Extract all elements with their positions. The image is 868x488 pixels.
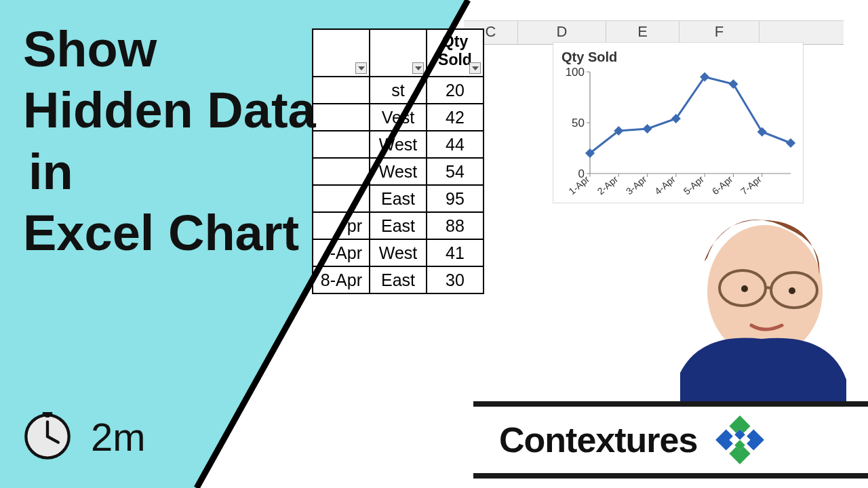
table-row[interactable]: West54: [313, 158, 484, 185]
svg-rect-30: [643, 124, 652, 134]
table-row[interactable]: st20: [313, 77, 484, 104]
svg-text:3-Apr: 3-Apr: [624, 174, 649, 197]
table-row[interactable]: -AprWest41: [313, 239, 484, 266]
table-body: st20 Vest42 West44 West54 East95 prEast8…: [313, 77, 484, 293]
brand-name: Contextures: [499, 420, 697, 460]
table-row[interactable]: East95: [313, 185, 484, 212]
table-row[interactable]: Vest42: [313, 104, 484, 131]
svg-rect-3: [43, 412, 52, 415]
table-header-date[interactable]: [313, 29, 370, 77]
title-line-1: Show: [23, 21, 157, 77]
duration-text: 2m: [91, 414, 146, 460]
table-row[interactable]: prEast88: [313, 212, 484, 239]
brand-logo-icon: [713, 413, 766, 466]
chart-title: Qty Sold: [561, 49, 796, 65]
svg-line-40: [766, 287, 771, 288]
duration-row: 2m: [23, 412, 146, 461]
table-row[interactable]: 8-AprEast30: [313, 266, 484, 293]
data-table: Qty Sold st20 Vest42 West44 West54 East9…: [312, 28, 484, 294]
svg-rect-35: [786, 138, 795, 148]
table-header-region[interactable]: [370, 29, 427, 77]
svg-text:100: 100: [566, 68, 585, 79]
title-line-2: Hidden Data: [23, 82, 316, 138]
main-title: Show Hidden Data in Excel Chart: [23, 19, 316, 264]
filter-dropdown-icon[interactable]: [355, 62, 367, 74]
filter-dropdown-icon[interactable]: [469, 62, 481, 74]
col-header-d[interactable]: D: [518, 21, 606, 44]
chart-qty-sold[interactable]: Qty Sold 0501001-Apr2-Apr3-Apr4-Apr5-Apr…: [553, 42, 804, 203]
svg-text:2-Apr: 2-Apr: [595, 174, 620, 197]
svg-text:5-Apr: 5-Apr: [682, 174, 707, 197]
filter-dropdown-icon[interactable]: [412, 62, 424, 74]
svg-text:7-Apr: 7-Apr: [738, 174, 764, 197]
clock-icon: [23, 412, 72, 461]
svg-text:50: 50: [572, 117, 585, 129]
chart-plot: 0501001-Apr2-Apr3-Apr4-Apr5-Apr6-Apr7-Ap…: [561, 68, 796, 202]
title-line-4: Excel Chart: [23, 205, 299, 261]
excel-column-headers: C D E F: [464, 20, 844, 45]
brand-bar: Contextures: [473, 407, 868, 473]
svg-point-42: [789, 287, 795, 294]
table-header-qty[interactable]: Qty Sold: [427, 29, 484, 77]
table-row[interactable]: West44: [313, 131, 484, 158]
col-header-f[interactable]: F: [679, 21, 760, 44]
svg-point-41: [741, 285, 748, 292]
title-line-3: in: [23, 144, 73, 200]
col-header-e[interactable]: E: [606, 21, 679, 44]
presenter-photo: [680, 210, 846, 407]
svg-text:6-Apr: 6-Apr: [710, 174, 735, 197]
svg-rect-34: [757, 127, 767, 136]
svg-text:4-Apr: 4-Apr: [652, 174, 677, 197]
svg-rect-33: [728, 79, 738, 89]
